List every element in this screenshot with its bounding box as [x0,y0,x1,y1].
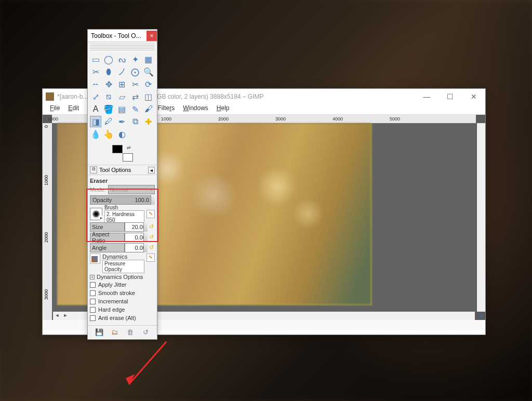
tool-options-header[interactable]: ⊡ Tool Options ◂ [88,165,157,175]
ruler-tick: 2000 [218,116,229,122]
tool-clone[interactable]: ⧉ [129,116,141,127]
tool-dodge-burn[interactable]: ◐ [116,128,128,140]
tool-align[interactable]: ⊞ [116,78,128,90]
tool-paintbrush[interactable]: 🖌 [143,103,154,115]
checkbox[interactable] [90,307,96,313]
size-row[interactable]: Size 20.00 ↺ [90,222,155,232]
opacity-value: 100.0 [135,197,149,203]
ruler-tick: 5000 [390,116,400,122]
scroll-left-icon[interactable]: ◄ [54,313,60,319]
tool-zoom[interactable]: 🔍 [143,66,154,77]
tool-smudge[interactable]: 👆 [103,128,114,140]
anti-erase-row[interactable]: Anti erase (Alt) [90,314,155,322]
tool-heal[interactable]: ✚ [143,116,154,127]
checkbox[interactable] [90,290,96,296]
checkbox[interactable] [90,299,96,304]
tool-rotate[interactable]: ⟳ [143,78,154,90]
reset-size-icon[interactable]: ↺ [148,223,155,231]
toolbox-titlebar[interactable]: Toolbox - Tool O... × [88,30,157,42]
maximize-button[interactable]: ☐ [438,89,462,104]
tool-flip[interactable]: ⇄ [129,91,141,102]
spinner-icon[interactable] [143,243,148,252]
aspect-row[interactable]: Aspect Ratio 0.00 ↺ [90,233,155,242]
toolbox-title: Toolbox - Tool O... [91,32,147,39]
reset-angle-icon[interactable]: ↺ [148,244,155,251]
tool-options-panel: Eraser Mode: Normal ▾ Opacity 100.0 ▸ Br… [88,175,157,325]
tool-grid: ▭◯ᔓ✦▦✂⬮ノ⨀🔍↔✥⊞✂⟳⤢⧅▱⇄◫A🪣▤✎🖌◨🖊✒⧉✚💧👆◐ [88,51,157,142]
menu-filters[interactable]: Filters [154,104,178,114]
brush-name-box[interactable]: 2. Hardness 050 [104,210,144,224]
tool-eraser[interactable]: ◨ [90,116,101,127]
foreground-color[interactable] [112,145,123,153]
tool-options-menu-icon[interactable]: ◂ [148,167,155,173]
checkbox[interactable] [90,315,96,321]
vertical-scrollbar[interactable] [477,123,485,312]
reset-tool-icon[interactable]: ↺ [142,328,150,337]
tool-color-picker[interactable]: ⨀ [129,66,141,77]
navigation-icon[interactable]: ✥ [477,312,485,320]
incremental-row[interactable]: Incremental [90,297,155,305]
tool-crop[interactable]: ✂ [129,78,141,90]
spinner-icon[interactable] [151,195,155,205]
tool-cage[interactable]: ◫ [143,91,154,102]
opacity-slider[interactable]: Opacity 100.0 [90,195,155,205]
angle-row[interactable]: Angle 0.00 ↺ [90,243,155,252]
close-button[interactable]: ✕ [462,89,485,104]
tool-blur[interactable]: 💧 [90,128,101,140]
edit-brush-icon[interactable]: ✎ [147,210,155,218]
tool-rect-select[interactable]: ▭ [90,54,101,65]
smooth-stroke-row[interactable]: Smooth stroke [90,289,155,297]
tool-airbrush[interactable]: 🖊 [103,116,114,127]
tool-perspective[interactable]: ▱ [116,91,128,102]
tool-free-select[interactable]: ᔓ [116,54,128,65]
delete-preset-icon[interactable]: 🗑 [126,328,135,337]
scroll-right-icon[interactable]: ► [62,313,69,319]
aspect-input[interactable]: 0.00 [125,233,148,242]
spinner-icon[interactable] [143,222,148,232]
dynamics-name-box[interactable]: Pressure Opacity [102,260,144,273]
tool-scale[interactable]: ⤢ [90,91,101,102]
tool-blend[interactable]: ▤ [116,103,128,115]
tool-foreground-select[interactable]: ⬮ [103,66,114,77]
tool-ellipse-select[interactable]: ◯ [103,54,114,65]
opacity-row[interactable]: Opacity 100.0 [90,195,155,205]
menu-edit[interactable]: Edit [65,104,82,114]
swap-colors-icon[interactable]: ⇄ [127,145,131,150]
menu-windows[interactable]: Windows [180,104,211,114]
menu-help[interactable]: Help [214,104,233,114]
spinner-icon[interactable] [143,233,148,242]
tool-move[interactable]: ✥ [103,78,114,90]
size-input[interactable]: 20.00 [125,222,148,232]
menu-file[interactable]: File [47,104,63,114]
angle-input[interactable]: 0.00 [125,243,148,252]
brush-preview[interactable]: ▸ [90,208,102,220]
background-color[interactable] [123,153,133,162]
tool-pencil[interactable]: ✎ [129,103,141,115]
reset-aspect-icon[interactable]: ↺ [148,234,155,241]
tool-shear[interactable]: ⧅ [103,91,114,102]
checkbox[interactable] [90,282,96,288]
tool-scissors[interactable]: ✂ [90,66,101,77]
tool-fuzzy-select[interactable]: ✦ [129,54,141,65]
restore-preset-icon[interactable]: 🗂 [111,328,119,337]
edit-dynamics-icon[interactable]: ✎ [147,253,155,262]
hard-edge-label: Hard edge [98,306,125,313]
grip-bar[interactable] [90,43,155,50]
toolbox-close-button[interactable]: × [147,31,157,41]
fg-bg-color-swatch[interactable]: ⇄ [112,145,133,162]
tool-bucket-fill[interactable]: 🪣 [103,103,114,115]
angle-label: Angle [92,245,107,251]
ruler-tick: 0 [44,125,49,128]
tool-measure[interactable]: ↔ [90,78,101,90]
tool-text[interactable]: A [90,103,101,115]
hard-edge-row[interactable]: Hard edge [90,305,155,314]
minimize-button[interactable]: — [415,89,438,104]
apply-jitter-row[interactable]: Apply Jitter [90,280,155,289]
save-preset-icon[interactable]: 💾 [95,328,103,337]
tool-ink[interactable]: ✒ [116,116,128,127]
tool-color-select[interactable]: ▦ [143,54,154,65]
dynamics-preview[interactable] [90,253,100,264]
tool-paths[interactable]: ノ [116,66,128,77]
dynamics-options-row[interactable]: + Dynamics Options [90,273,155,280]
expand-icon[interactable]: + [90,275,95,279]
